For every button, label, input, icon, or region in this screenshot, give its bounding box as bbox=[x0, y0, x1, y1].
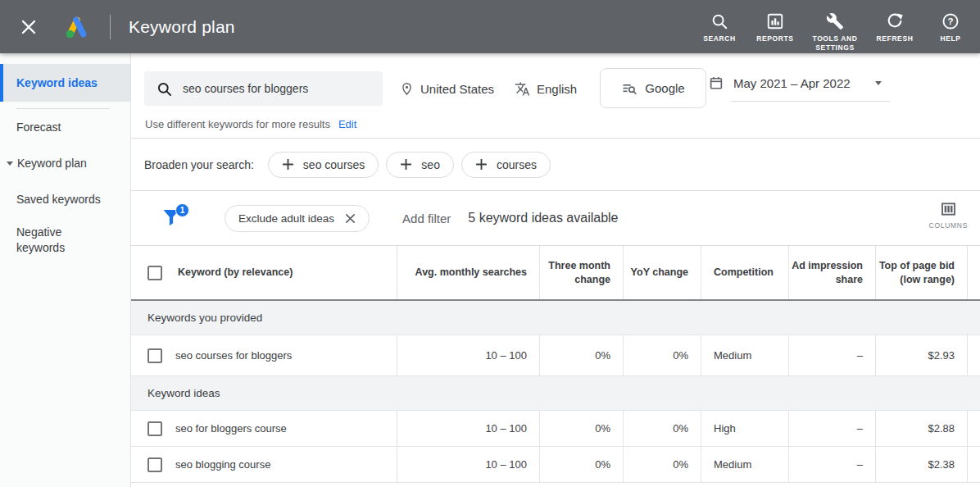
search-icon bbox=[157, 81, 172, 97]
header-keyword: Keyword (by relevance) bbox=[131, 246, 397, 299]
sidebar-item-saved-keywords[interactable]: Saved keywords bbox=[0, 181, 130, 217]
table-row: seo for bloggers course 10 – 100 0% 0% H… bbox=[131, 411, 980, 447]
svg-text:?: ? bbox=[948, 16, 954, 26]
row-checkbox[interactable] bbox=[147, 421, 162, 436]
yoy-cell: 0% bbox=[623, 335, 701, 375]
reports-icon bbox=[766, 12, 784, 30]
section-keywords-you-provided: Keywords you provided bbox=[131, 301, 980, 335]
main-content: seo courses for bloggers United States E… bbox=[131, 53, 980, 487]
translate-icon bbox=[515, 81, 530, 97]
header-top-of-page-bid-low: Top of page bid (low range) bbox=[875, 246, 967, 299]
filter-count-badge: 1 bbox=[175, 203, 189, 217]
row-checkbox[interactable] bbox=[147, 457, 162, 472]
search-network-icon bbox=[621, 80, 637, 97]
keyword-cell: seo for bloggers course bbox=[175, 422, 287, 435]
search-icon bbox=[710, 12, 728, 30]
sidebar-item-keyword-ideas[interactable]: Keyword ideas bbox=[0, 64, 130, 102]
broaden-label: Broaden your search: bbox=[144, 158, 254, 171]
plus-icon bbox=[282, 158, 294, 171]
yoy-cell: 0% bbox=[623, 447, 701, 482]
sidebar-item-keyword-plan[interactable]: Keyword plan bbox=[0, 145, 130, 181]
competition-cell: High bbox=[701, 411, 788, 446]
refresh-icon bbox=[886, 12, 904, 30]
table-row: seo blogging course 10 – 100 0% 0% Mediu… bbox=[131, 447, 980, 483]
keyword-cell: seo courses for bloggers bbox=[175, 349, 292, 362]
header-ad-impression-share: Ad impression share bbox=[788, 246, 875, 299]
date-range-selector[interactable]: May 2021 – Apr 2022 bbox=[732, 75, 890, 102]
row-checkbox[interactable] bbox=[147, 348, 162, 363]
search-panel: seo courses for bloggers United States E… bbox=[131, 53, 980, 138]
ad-share-cell: – bbox=[788, 335, 875, 375]
sidebar: Keyword ideas Forecast Keyword plan Save… bbox=[0, 53, 131, 487]
broaden-chip-seo[interactable]: seo bbox=[386, 152, 454, 178]
keyword-cell: seo blogging course bbox=[175, 458, 270, 471]
add-filter-button[interactable]: Add filter bbox=[402, 212, 451, 225]
broaden-chip-seo-courses[interactable]: seo courses bbox=[268, 152, 379, 178]
keyword-search-input[interactable]: seo courses for bloggers bbox=[144, 71, 383, 106]
sidebar-item-forecast[interactable]: Forecast bbox=[0, 109, 130, 145]
network-selector[interactable]: Google bbox=[600, 68, 706, 108]
keywords-hint: Use different keywords for more resultsE… bbox=[145, 118, 356, 130]
sidebar-item-negative-keywords[interactable]: Negative keywords bbox=[0, 217, 130, 263]
header-spacer bbox=[967, 246, 980, 299]
date-range-group: May 2021 – Apr 2022 bbox=[709, 75, 890, 102]
filter-funnel-button[interactable]: 1 bbox=[161, 207, 183, 230]
table-row: seo courses for bloggers 10 – 100 0% 0% … bbox=[131, 335, 980, 376]
edit-keywords-link[interactable]: Edit bbox=[338, 118, 356, 130]
keyword-ideas-summary: 5 keyword ideas available bbox=[468, 211, 618, 225]
competition-cell: Medium bbox=[701, 335, 788, 375]
searches-cell: 10 – 100 bbox=[397, 447, 539, 482]
network-label: Google bbox=[645, 81, 684, 95]
reports-button[interactable]: REPORTS bbox=[747, 1, 803, 43]
page-title: Keyword plan bbox=[129, 17, 235, 37]
header-yoy-change: YoY change bbox=[623, 246, 701, 299]
ad-share-cell: – bbox=[788, 411, 875, 446]
tools-and-settings-button[interactable]: TOOLS AND SETTINGS bbox=[803, 1, 867, 53]
plus-icon bbox=[475, 158, 488, 171]
ad-share-cell: – bbox=[788, 447, 875, 482]
bid-cell: $2.88 bbox=[875, 411, 967, 446]
remove-filter-icon[interactable] bbox=[345, 213, 356, 224]
chevron-down-icon bbox=[875, 81, 882, 85]
columns-icon bbox=[940, 201, 957, 217]
help-button[interactable]: ? HELP bbox=[923, 1, 978, 43]
bid-cell: $2.93 bbox=[875, 335, 967, 375]
columns-button[interactable]: COLUMNS bbox=[929, 201, 968, 230]
chevron-down-icon bbox=[7, 162, 13, 166]
yoy-cell: 0% bbox=[623, 411, 701, 446]
section-keyword-ideas: Keyword ideas bbox=[131, 376, 980, 411]
competition-cell: Medium bbox=[701, 447, 788, 482]
broaden-search-panel: Broaden your search: seo courses seo cou… bbox=[131, 138, 980, 190]
exclude-adult-ideas-chip[interactable]: Exclude adult ideas bbox=[225, 205, 370, 232]
calendar-icon bbox=[709, 75, 724, 90]
searches-cell: 10 – 100 bbox=[397, 335, 539, 375]
header-competition: Competition bbox=[701, 246, 788, 299]
close-icon[interactable] bbox=[18, 16, 39, 38]
wrench-icon bbox=[826, 12, 844, 30]
search-query-text: seo courses for bloggers bbox=[183, 82, 308, 95]
broaden-chip-courses[interactable]: courses bbox=[461, 152, 551, 178]
help-icon: ? bbox=[941, 12, 960, 30]
select-all-checkbox[interactable] bbox=[147, 266, 162, 280]
three-month-cell: 0% bbox=[539, 411, 623, 446]
bid-cell: $2.38 bbox=[875, 447, 967, 482]
filter-bar: 1 Exclude adult ideas Add filter 5 keywo… bbox=[131, 190, 980, 245]
three-month-cell: 0% bbox=[539, 335, 623, 375]
topbar-actions: SEARCH REPORTS TOOLS AND SETTINGS REFRES… bbox=[692, 1, 980, 53]
table-header-row: Keyword (by relevance) Avg. monthly sear… bbox=[131, 246, 980, 301]
searches-cell: 10 – 100 bbox=[397, 411, 539, 446]
header-three-month-change: Three month change bbox=[539, 246, 623, 299]
location-selector[interactable]: United States bbox=[400, 71, 494, 106]
location-pin-icon bbox=[400, 81, 414, 97]
plus-icon bbox=[400, 158, 412, 171]
refresh-button[interactable]: REFRESH bbox=[867, 1, 923, 43]
topbar: Keyword plan SEARCH REPORTS TOOLS AND SE… bbox=[0, 0, 980, 53]
google-ads-logo-icon bbox=[64, 16, 88, 39]
three-month-cell: 0% bbox=[539, 447, 623, 482]
topbar-divider bbox=[110, 15, 111, 39]
header-avg-monthly-searches: Avg. monthly searches bbox=[397, 246, 539, 299]
keyword-table: Keyword (by relevance) Avg. monthly sear… bbox=[131, 245, 980, 483]
language-selector[interactable]: English bbox=[515, 71, 577, 106]
search-button[interactable]: SEARCH bbox=[692, 1, 747, 43]
